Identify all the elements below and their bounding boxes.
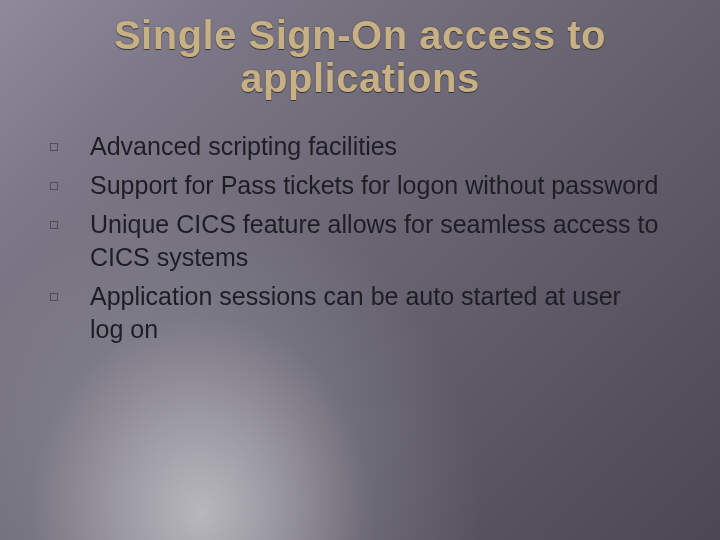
bullet-text: Support for Pass tickets for logon witho… (90, 169, 660, 202)
bullet-icon: □ (48, 280, 90, 313)
bullet-text: Unique CICS feature allows for seamless … (90, 208, 660, 274)
slide-title: Single Sign-On access to applications (0, 14, 720, 100)
list-item: □ Support for Pass tickets for logon wit… (48, 169, 660, 202)
title-line-1: Single Sign-On access to (114, 13, 606, 57)
slide: Single Sign-On access to applications □ … (0, 0, 720, 540)
bullet-icon: □ (48, 130, 90, 163)
bullet-icon: □ (48, 169, 90, 202)
list-item: □ Unique CICS feature allows for seamles… (48, 208, 660, 274)
bullet-text: Advanced scripting facilities (90, 130, 660, 163)
list-item: □ Application sessions can be auto start… (48, 280, 660, 346)
slide-body: □ Advanced scripting facilities □ Suppor… (48, 130, 660, 352)
bullet-text: Application sessions can be auto started… (90, 280, 660, 346)
list-item: □ Advanced scripting facilities (48, 130, 660, 163)
bullet-icon: □ (48, 208, 90, 241)
title-line-2: applications (240, 56, 479, 100)
